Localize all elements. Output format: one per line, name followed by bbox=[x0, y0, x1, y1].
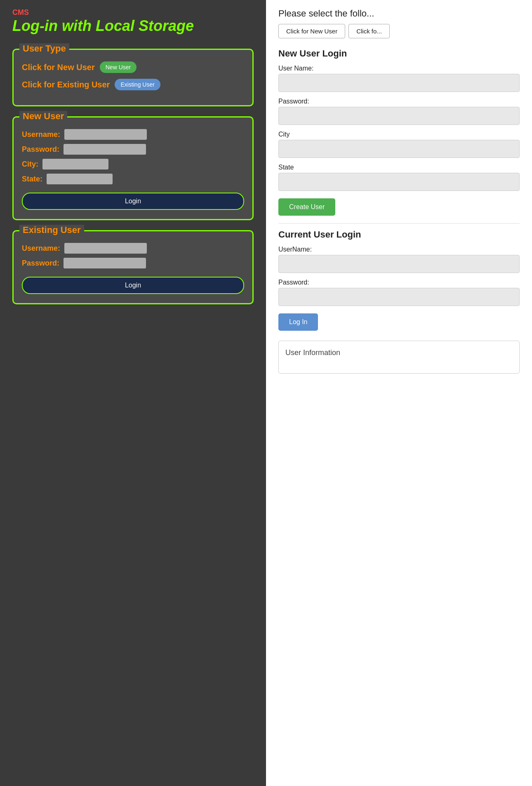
right-state-input[interactable] bbox=[278, 173, 520, 191]
right-current-password-input[interactable] bbox=[278, 288, 520, 306]
new-state-input[interactable] bbox=[47, 174, 113, 184]
new-city-input[interactable] bbox=[42, 159, 108, 169]
app-subtitle: CMS bbox=[12, 8, 254, 17]
new-state-label: State: bbox=[22, 175, 42, 184]
existing-user-legend: Existing User bbox=[19, 225, 84, 235]
new-city-label: City: bbox=[22, 160, 38, 169]
new-username-label: Username: bbox=[22, 130, 60, 139]
existing-user-login-button[interactable]: Login bbox=[22, 277, 244, 294]
new-user-login-title: New User Login bbox=[278, 48, 520, 59]
new-username-input[interactable] bbox=[64, 129, 147, 140]
new-user-row-label: Click for New User bbox=[22, 63, 95, 72]
right-state-label: State bbox=[278, 164, 520, 171]
existing-user-row: Click for Existing User Existing User bbox=[22, 79, 244, 90]
app-title: Log-in with Local Storage bbox=[12, 17, 254, 35]
left-panel: CMS Log-in with Local Storage User Type … bbox=[0, 0, 266, 786]
tab-new-user[interactable]: Click for New User bbox=[278, 24, 345, 38]
log-in-button[interactable]: Log In bbox=[278, 313, 318, 331]
user-type-legend: User Type bbox=[19, 43, 69, 54]
existing-password-label: Password: bbox=[22, 259, 59, 268]
new-user-login-section: New User Login User Name: Password: City… bbox=[278, 46, 520, 220]
existing-username-input[interactable] bbox=[64, 243, 147, 254]
existing-username-row: Username: bbox=[22, 243, 244, 254]
current-user-login-title: Current User Login bbox=[278, 229, 520, 240]
create-user-button[interactable]: Create User bbox=[278, 198, 335, 216]
existing-password-input[interactable] bbox=[64, 258, 146, 268]
right-current-password-label: Password: bbox=[278, 279, 520, 286]
please-select-text: Please select the follo... bbox=[278, 8, 520, 19]
new-user-button[interactable]: New User bbox=[100, 61, 137, 73]
right-city-input[interactable] bbox=[278, 140, 520, 158]
right-new-password-input[interactable] bbox=[278, 107, 520, 125]
existing-user-box: Existing User Username: Password: Login bbox=[12, 230, 254, 304]
new-password-label: Password: bbox=[22, 145, 59, 154]
user-info-box: User Information bbox=[278, 341, 520, 374]
tab-click[interactable]: Click fo... bbox=[348, 24, 390, 38]
right-panel: Please select the follo... Click for New… bbox=[266, 0, 532, 786]
new-user-legend: New User bbox=[19, 111, 67, 122]
right-new-username-input[interactable] bbox=[278, 74, 520, 92]
new-city-row: City: bbox=[22, 159, 244, 169]
existing-user-button[interactable]: Existing User bbox=[115, 79, 160, 90]
user-info-text: User Information bbox=[285, 348, 340, 357]
app-header: CMS Log-in with Local Storage bbox=[12, 8, 254, 39]
right-city-label: City bbox=[278, 131, 520, 138]
new-user-row: Click for New User New User bbox=[22, 61, 244, 73]
right-current-username-label: UserName: bbox=[278, 246, 520, 253]
new-user-box: New User Username: Password: City: State… bbox=[12, 116, 254, 220]
current-user-login-section: Current User Login UserName: Password: L… bbox=[278, 227, 520, 335]
right-new-password-label: Password: bbox=[278, 98, 520, 105]
new-user-login-button[interactable]: Login bbox=[22, 193, 244, 210]
new-password-row: Password: bbox=[22, 144, 244, 155]
new-state-row: State: bbox=[22, 174, 244, 184]
divider-1 bbox=[278, 223, 520, 224]
user-type-box: User Type Click for New User New User Cl… bbox=[12, 49, 254, 106]
right-current-username-input[interactable] bbox=[278, 255, 520, 273]
tab-row: Click for New User Click fo... bbox=[278, 24, 520, 38]
existing-username-label: Username: bbox=[22, 244, 60, 253]
existing-password-row: Password: bbox=[22, 258, 244, 268]
new-password-input[interactable] bbox=[64, 144, 146, 155]
existing-user-row-label: Click for Existing User bbox=[22, 80, 110, 89]
new-username-row: Username: bbox=[22, 129, 244, 140]
right-new-username-label: User Name: bbox=[278, 65, 520, 72]
